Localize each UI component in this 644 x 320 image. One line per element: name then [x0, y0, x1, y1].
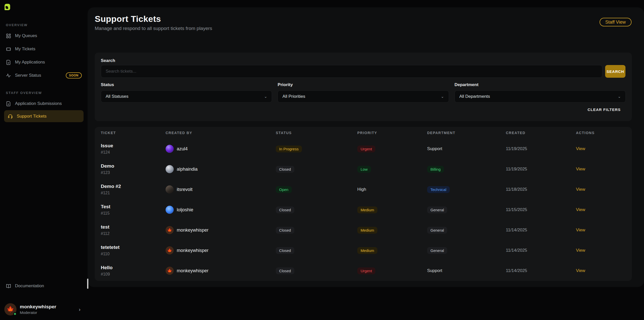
sidebar: OVERVIEW My Queues My Tickets My Applica… [0, 0, 88, 320]
table-row: Issue #124 azul4 In Progress Urgent Supp… [95, 139, 632, 159]
user-profile-card[interactable]: 🍁 monkeywhisper Moderator › [4, 302, 83, 316]
priority-badge: Low [357, 166, 371, 173]
chevron-down-icon: ⌄ [264, 94, 267, 99]
column-header-created: CREATED [506, 131, 576, 135]
status-badge: In Progress [276, 146, 302, 152]
username: alphaindia [177, 167, 198, 172]
sidebar-item-application-submissions[interactable]: Application Submissions [0, 97, 88, 110]
ticket-title: test [101, 224, 166, 230]
ticket-id: #124 [101, 150, 166, 155]
priority-select-value: All Priorities [282, 94, 305, 99]
search-input[interactable] [101, 65, 602, 78]
view-link[interactable]: View [576, 187, 585, 192]
main-panel: Support Tickets Manage and respond to al… [88, 7, 644, 287]
table-header-row: TICKET CREATED BY STATUS PRIORITY DEPART… [95, 127, 632, 139]
department-select[interactable]: All Departments ⌄ [455, 90, 626, 103]
file-icon [6, 60, 11, 65]
chevron-right-icon[interactable]: › [79, 307, 80, 312]
sidebar-item-documentation[interactable]: Documentation [0, 279, 88, 293]
table-row: test #112 🍁 monkeywhisper Closed Medium … [95, 220, 632, 240]
grid-icon [6, 33, 11, 39]
department-badge: General [427, 227, 447, 234]
view-link[interactable]: View [576, 167, 585, 171]
sidebar-item-support-tickets[interactable]: Support Tickets [4, 110, 84, 122]
user-name: monkeywhisper [20, 304, 56, 310]
priority-badge: Medium [357, 206, 377, 213]
activity-icon [6, 73, 11, 78]
avatar: 🍁 [166, 246, 174, 254]
created-date: 11/18/2025 [506, 187, 576, 192]
status-badge: Closed [276, 247, 294, 254]
filter-card: Search SEARCH Status All Statuses ⌄ Prio… [95, 53, 632, 121]
priority-filter: Priority All Priorities ⌄ [278, 82, 449, 103]
department-filter: Department All Departments ⌄ [455, 82, 626, 103]
app-screen: OVERVIEW My Queues My Tickets My Applica… [0, 0, 644, 320]
sidebar-section-staff-overview: STAFF OVERVIEW [6, 91, 42, 95]
view-link[interactable]: View [576, 228, 585, 232]
username: monkeywhisper [177, 248, 208, 253]
ticket-icon [6, 46, 11, 52]
column-header-priority: PRIORITY [357, 131, 427, 135]
avatar: 🍁 [166, 267, 174, 275]
department-label: Support [427, 146, 442, 151]
sidebar-item-my-queues[interactable]: My Queues [0, 29, 88, 42]
avatar: 🍁 [166, 226, 174, 234]
created-date: 11/19/2025 [506, 167, 576, 172]
status-badge: Closed [276, 267, 294, 274]
sidebar-item-my-tickets[interactable]: My Tickets [0, 42, 88, 56]
username: monkeywhisper [177, 268, 208, 274]
sidebar-item-label: Support Tickets [17, 114, 46, 119]
table-row: tetetetet #110 🍁 monkeywhisper Closed Me… [95, 240, 632, 261]
view-link[interactable]: View [576, 268, 585, 273]
chevron-down-icon: ⌄ [618, 94, 621, 99]
view-link[interactable]: View [576, 146, 585, 151]
clear-filters-button[interactable]: CLEAR FILTERS [585, 105, 624, 114]
ticket-title: Hello [101, 265, 166, 270]
status-badge: Closed [276, 227, 294, 234]
priority-select[interactable]: All Priorities ⌄ [278, 90, 449, 103]
avatar [166, 185, 174, 194]
ticket-id: #110 [101, 252, 166, 256]
staff-view-button[interactable]: Staff View [600, 18, 632, 26]
book-icon [6, 283, 11, 289]
ticket-id: #123 [101, 170, 166, 175]
column-header-actions: ACTIONS [576, 131, 632, 135]
status-filter: Status All Statuses ⌄ [101, 82, 272, 103]
created-date: 11/14/2025 [506, 228, 576, 233]
online-status-dot [13, 312, 17, 316]
column-header-created-by: CREATED BY [166, 131, 276, 135]
status-badge: Closed [276, 206, 294, 213]
created-date: 11/19/2025 [506, 146, 576, 151]
department-select-value: All Departments [459, 94, 490, 99]
sidebar-item-label: My Applications [15, 60, 45, 65]
username: azul4 [177, 146, 188, 152]
view-link[interactable]: View [576, 248, 585, 253]
created-date: 11/14/2025 [506, 248, 576, 253]
search-button[interactable]: SEARCH [605, 65, 625, 78]
priority-filter-label: Priority [278, 82, 449, 87]
ticket-id: #112 [101, 231, 166, 236]
column-header-status: STATUS [276, 131, 357, 135]
sidebar-item-label: Server Status [15, 73, 41, 78]
table-row: Hello #109 🍁 monkeywhisper Closed Urgent… [95, 261, 632, 281]
scrollbar-thumb[interactable] [87, 279, 88, 289]
status-badge: Open [276, 186, 292, 193]
username: itsrevolt [177, 187, 192, 192]
status-select[interactable]: All Statuses ⌄ [101, 90, 272, 103]
sidebar-item-label: Application Submissions [15, 101, 62, 106]
table-row: Demo #2 #121 itsrevolt Open High Technic… [95, 179, 632, 200]
sidebar-item-server-status[interactable]: Server Status SOON [0, 69, 88, 82]
file-icon [6, 101, 11, 106]
sidebar-item-my-applications[interactable]: My Applications [0, 56, 88, 69]
headset-icon [8, 114, 13, 119]
ticket-id: #121 [101, 191, 166, 195]
priority-badge: Medium [357, 227, 377, 234]
sidebar-item-label: My Tickets [15, 46, 35, 52]
ticket-title: Demo #2 [101, 184, 166, 189]
priority-badge: Urgent [357, 267, 375, 274]
avatar [166, 145, 174, 153]
column-header-department: DEPARTMENT [427, 131, 506, 135]
ticket-title: Demo [101, 163, 166, 169]
ticket-title: Test [101, 204, 166, 210]
view-link[interactable]: View [576, 207, 585, 212]
